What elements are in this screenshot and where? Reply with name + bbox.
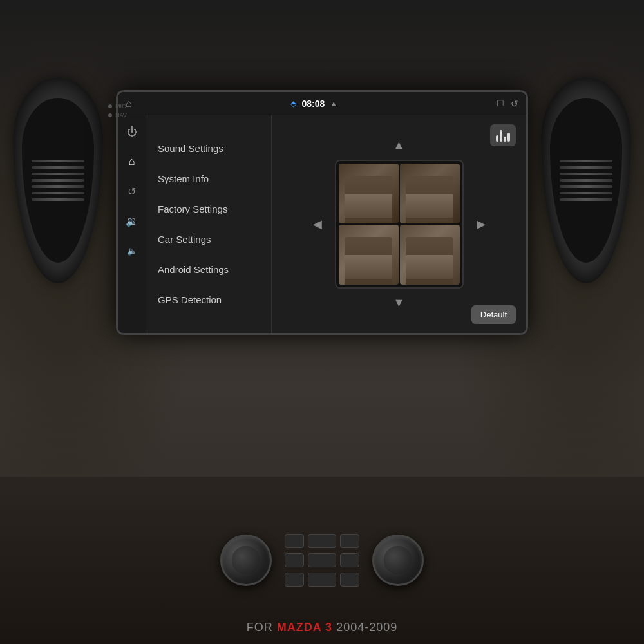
bluetooth-icon: ⬘ xyxy=(290,99,296,108)
car-background: ⌂ ⬘ 08:08 ▲ ☐ ↺ ⏻ ⌂ ↺ 🔉 🔈 xyxy=(0,0,644,644)
seat-row: ◀ ▶ xyxy=(307,160,492,289)
nav-right-arrow[interactable]: ▶ xyxy=(470,214,492,234)
center-buttons xyxy=(285,534,359,587)
menu-item-factory-settings[interactable]: Factory Settings xyxy=(146,194,271,223)
back-icon[interactable]: ↺ xyxy=(511,99,518,109)
nav-up-arrow[interactable]: ▲ xyxy=(387,136,412,155)
screen-mirror-icon[interactable]: ☐ xyxy=(497,99,504,108)
seat-rear-left[interactable] xyxy=(339,225,399,285)
default-button[interactable]: Default xyxy=(471,305,516,324)
menu-item-car-settings[interactable]: Car Settings xyxy=(146,225,271,254)
volume-minus-icon[interactable]: 🔈 xyxy=(122,242,142,260)
time-display: 08:08 xyxy=(301,99,325,109)
up-chevron-icon: ▲ xyxy=(330,99,337,108)
menu-item-gps-detection[interactable]: GPS Detection xyxy=(146,285,271,314)
power-icon[interactable]: ⏻ xyxy=(122,123,142,141)
ctrl-btn-aux2[interactable] xyxy=(308,573,336,587)
nav-left-arrow[interactable]: ◀ xyxy=(307,214,328,234)
ctrl-btn-aux1[interactable] xyxy=(285,573,304,587)
seat-rear-right[interactable] xyxy=(400,225,460,285)
menu-item-sound-settings[interactable]: Sound Settings xyxy=(146,134,271,163)
mic-dot-1: MIC xyxy=(108,103,127,109)
menu-item-android-settings[interactable]: Android Settings xyxy=(146,255,271,284)
seat-front-left[interactable] xyxy=(339,164,399,223)
ctrl-btn-recirc[interactable] xyxy=(308,553,336,567)
ctrl-btn-fan[interactable] xyxy=(340,534,359,548)
fan-knob-right[interactable] xyxy=(372,535,424,586)
topbar-center: ⬘ 08:08 ▲ xyxy=(290,99,337,109)
seat-front-right[interactable] xyxy=(400,164,460,223)
menu-item-system-info[interactable]: System Info xyxy=(146,164,271,193)
ctrl-btn-mode[interactable] xyxy=(308,534,336,548)
undo-icon[interactable]: ↺ xyxy=(122,182,142,200)
screen-sidebar: ⏻ ⌂ ↺ 🔉 🔈 xyxy=(118,115,146,333)
mic-indicator: MIC NAV xyxy=(108,103,127,118)
ctrl-btn-off[interactable] xyxy=(340,553,359,567)
equalizer-button[interactable] xyxy=(490,124,516,146)
ctrl-btn-aux3[interactable] xyxy=(340,573,359,587)
volume-down-icon[interactable]: 🔉 xyxy=(122,212,142,230)
control-panel xyxy=(0,477,644,644)
content-area: ▲ ◀ ▶ ▼ Default xyxy=(272,115,526,333)
footer-text: FOR MAZDA 3 2004-2009 xyxy=(247,621,397,634)
screen-main: ⏻ ⌂ ↺ 🔉 🔈 Sound Settings System Info Fac… xyxy=(118,115,526,333)
topbar: ⌂ ⬘ 08:08 ▲ ☐ ↺ xyxy=(118,92,526,115)
brand-name: MAZDA 3 xyxy=(277,621,332,634)
topbar-right: ☐ ↺ xyxy=(497,99,518,109)
main-screen: ⌂ ⬘ 08:08 ▲ ☐ ↺ ⏻ ⌂ ↺ 🔉 🔈 xyxy=(116,90,528,335)
seat-selector: ▲ ◀ ▶ ▼ xyxy=(307,124,492,324)
mic-dot-2: NAV xyxy=(108,112,127,118)
temperature-knob-left[interactable] xyxy=(220,535,272,586)
nav-down-arrow[interactable]: ▼ xyxy=(387,294,412,312)
ctrl-btn-ac[interactable] xyxy=(285,534,304,548)
settings-menu: Sound Settings System Info Factory Setti… xyxy=(146,115,272,333)
car-seat-image[interactable] xyxy=(335,160,464,289)
controls-row xyxy=(64,534,580,587)
ctrl-btn-rear[interactable] xyxy=(285,553,304,567)
settings-home-icon[interactable]: ⌂ xyxy=(122,153,142,171)
